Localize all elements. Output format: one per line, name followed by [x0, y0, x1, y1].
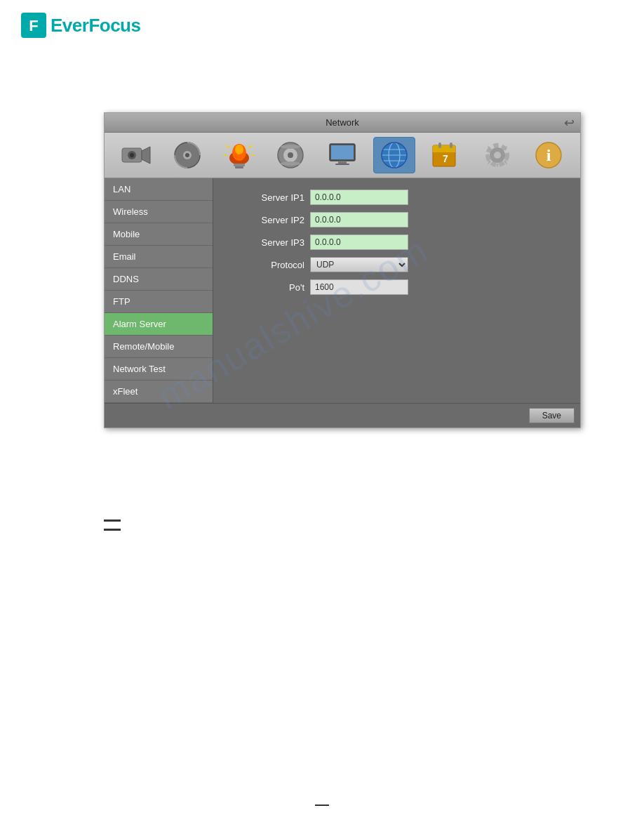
network-toolbar-icon[interactable] — [373, 137, 415, 173]
sidebar-item-email[interactable]: Email — [105, 246, 213, 268]
svg-point-20 — [288, 152, 293, 158]
svg-line-15 — [249, 145, 252, 148]
network-dialog: Network ↩ — [104, 112, 581, 428]
alarm-toolbar-icon[interactable] — [218, 137, 260, 173]
sidebar-item-xfleet[interactable]: xFleet — [105, 380, 213, 403]
server-ip1-input[interactable] — [310, 190, 408, 205]
logo-ever: Ever — [51, 15, 88, 36]
svg-rect-37 — [438, 143, 441, 148]
bottom-bar: Save — [105, 403, 580, 428]
sidebar-item-ddns[interactable]: DDNS — [105, 268, 213, 291]
svg-point-5 — [130, 153, 134, 157]
bullet-mark-1 — [104, 519, 121, 522]
svg-point-11 — [235, 145, 243, 154]
svg-rect-25 — [338, 161, 347, 164]
svg-marker-3 — [142, 147, 150, 164]
sidebar-item-lan[interactable]: LAN — [105, 178, 213, 201]
sidebar-item-network-test[interactable]: Network Test — [105, 358, 213, 380]
sidebar-item-alarm-server[interactable]: Alarm Server — [105, 313, 213, 336]
video-toolbar-icon[interactable] — [166, 137, 208, 173]
everfocus-logo-icon: F — [21, 13, 46, 38]
protocol-select[interactable]: UDP TCP — [310, 257, 408, 272]
info-toolbar-icon[interactable]: i — [528, 137, 570, 173]
svg-point-21 — [281, 145, 300, 149]
server-ip3-label: Server IP3 — [227, 237, 304, 248]
svg-rect-35 — [433, 150, 455, 152]
svg-point-22 — [281, 161, 300, 166]
svg-rect-12 — [234, 164, 245, 166]
sidebar-item-ftp[interactable]: FTP — [105, 291, 213, 313]
sidebar-item-wireless[interactable]: Wireless — [105, 201, 213, 223]
dialog-title: Network — [326, 117, 359, 128]
settings-toolbar-icon[interactable] — [476, 137, 518, 173]
icon-toolbar: 7 — [105, 133, 580, 178]
port-input[interactable] — [310, 279, 408, 295]
page-indicator — [315, 805, 329, 806]
svg-point-43 — [494, 152, 501, 159]
storage-toolbar-icon[interactable] — [269, 137, 311, 173]
svg-text:7: 7 — [443, 153, 448, 164]
server-ip3-input[interactable] — [310, 234, 408, 250]
camera-toolbar-icon[interactable] — [115, 137, 157, 173]
bullet-mark-2 — [104, 529, 121, 531]
title-bar: Network ↩ — [105, 113, 580, 133]
svg-text:i: i — [546, 146, 551, 164]
server-ip2-row: Server IP2 — [227, 212, 566, 227]
protocol-row: Protocol UDP TCP — [227, 257, 566, 272]
logo-focus: Focus — [88, 15, 140, 36]
sidebar-item-remote-mobile[interactable]: Remote/Mobile — [105, 336, 213, 358]
svg-rect-38 — [450, 143, 452, 148]
svg-text:F: F — [29, 17, 38, 34]
back-button[interactable]: ↩ — [564, 115, 575, 131]
logo-area: F EverFocus — [0, 0, 644, 51]
svg-line-14 — [227, 145, 229, 148]
server-ip2-label: Server IP2 — [227, 215, 304, 225]
svg-rect-24 — [331, 145, 354, 159]
display-toolbar-icon[interactable] — [321, 137, 363, 173]
sidebar: LAN Wireless Mobile Email DDNS FTP Alarm… — [105, 178, 213, 403]
logo-text: EverFocus — [51, 15, 140, 37]
bullet-marks — [104, 519, 121, 531]
schedule-toolbar-icon[interactable]: 7 — [424, 137, 467, 173]
content-area: LAN Wireless Mobile Email DDNS FTP Alarm… — [105, 178, 580, 403]
save-button[interactable]: Save — [529, 408, 575, 423]
server-ip1-row: Server IP1 — [227, 190, 566, 205]
server-ip1-label: Server IP1 — [227, 192, 304, 203]
port-row: Po't — [227, 279, 566, 295]
protocol-label: Protocol — [227, 260, 304, 270]
svg-rect-13 — [235, 166, 243, 168]
main-panel: Server IP1 Server IP2 Server IP3 Protoco… — [213, 178, 580, 403]
sidebar-item-mobile[interactable]: Mobile — [105, 223, 213, 246]
server-ip2-input[interactable] — [310, 212, 408, 227]
port-label: Po't — [227, 282, 304, 293]
svg-point-8 — [185, 153, 189, 157]
server-ip3-row: Server IP3 — [227, 234, 566, 250]
svg-rect-26 — [335, 164, 349, 165]
